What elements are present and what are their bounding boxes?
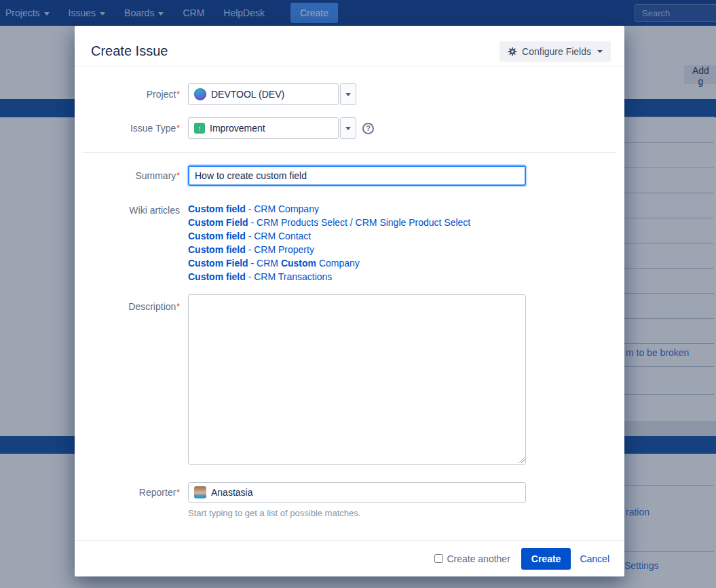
chevron-down-icon [597,50,603,53]
required-asterisk: * [176,171,180,180]
configure-fields-label: Configure Fields [522,46,591,57]
project-select-value[interactable]: DEVTOOL (DEV) [188,83,339,105]
improvement-icon: ↑ [194,123,205,134]
required-asterisk: * [176,90,180,99]
description-textarea[interactable] [188,294,526,465]
configure-fields-button[interactable]: Configure Fields [500,41,611,62]
create-another-option[interactable]: Create another [434,553,510,564]
wiki-articles-row: Wiki articles Custom field - CRM Company… [75,202,624,283]
project-label: Project* [75,83,180,105]
dialog-footer: Create another Create Cancel [75,540,624,576]
wiki-articles-label-text: Wiki articles [129,205,180,216]
section-divider [83,152,616,153]
dialog-body: Project* DEVTOOL (DEV) Issue Type* [75,67,624,540]
summary-label-text: Summary [135,170,176,181]
issue-type-select-dropdown-button[interactable] [340,117,356,139]
wiki-article-link[interactable]: Custom field - CRM Property [188,243,470,256]
issue-type-select-value[interactable]: ↑ Improvement [188,117,339,139]
dialog-header: Create Issue Configure Fields [75,26,624,66]
required-asterisk: * [176,302,180,311]
reporter-label: Reporter* [75,482,180,503]
summary-field-row: Summary* [75,165,624,186]
summary-label: Summary* [75,165,180,186]
issue-type-control: ↑ Improvement ? [188,117,374,139]
wiki-articles-label: Wiki articles [75,202,180,283]
create-issue-dialog: Create Issue Configure Fields [75,26,624,576]
gear-icon [508,47,517,56]
wiki-article-link[interactable]: Custom Field - CRM Products Select / CRM… [188,216,470,229]
issue-type-label-text: Issue Type [130,123,176,134]
required-asterisk: * [176,488,180,497]
project-select-dropdown-button[interactable] [340,83,356,105]
project-select[interactable]: DEVTOOL (DEV) [188,83,356,105]
project-select-text: DEVTOOL (DEV) [211,89,284,100]
wiki-articles-list: Custom field - CRM CompanyCustom Field -… [188,202,470,283]
dialog-title: Create Issue [91,43,168,59]
create-button[interactable]: Create [521,548,571,570]
issue-type-field-row: Issue Type* ↑ Improvement ? [75,117,624,139]
reporter-input[interactable]: Anastasia [188,482,526,503]
screen: ProjectsIssuesBoardsCRMHelpDesk Create A… [0,0,716,588]
reporter-label-text: Reporter [139,487,176,498]
issue-type-select[interactable]: ↑ Improvement [188,117,356,139]
cancel-link[interactable]: Cancel [580,553,609,564]
wiki-article-link[interactable]: Custom field - CRM Transactions [188,270,470,283]
reporter-hint: Start typing to get a list of possible m… [188,508,624,518]
resize-handle[interactable] [517,456,525,463]
reporter-avatar [194,486,206,498]
issue-type-label: Issue Type* [75,117,180,139]
chevron-down-icon [345,127,351,130]
project-label-text: Project [147,89,176,100]
summary-input[interactable] [188,165,526,186]
required-asterisk: * [176,123,180,133]
help-icon[interactable]: ? [362,123,374,134]
description-label: Description* [75,294,180,465]
chevron-down-icon [345,93,351,96]
reporter-field-row: Reporter* Anastasia [75,482,624,503]
reporter-value: Anastasia [211,487,252,498]
description-field-row: Description* [75,294,624,465]
project-field-row: Project* DEVTOOL (DEV) [75,83,624,105]
wiki-article-link[interactable]: Custom field - CRM Company [188,202,470,216]
project-avatar-icon [194,88,206,100]
create-another-checkbox[interactable] [434,554,443,563]
wiki-article-link[interactable]: Custom Field - CRM Custom Company [188,256,470,270]
issue-type-select-text: Improvement [210,123,265,134]
create-another-label: Create another [447,553,510,564]
description-label-text: Description [128,301,176,312]
wiki-article-link[interactable]: Custom field - CRM Contact [188,229,470,243]
